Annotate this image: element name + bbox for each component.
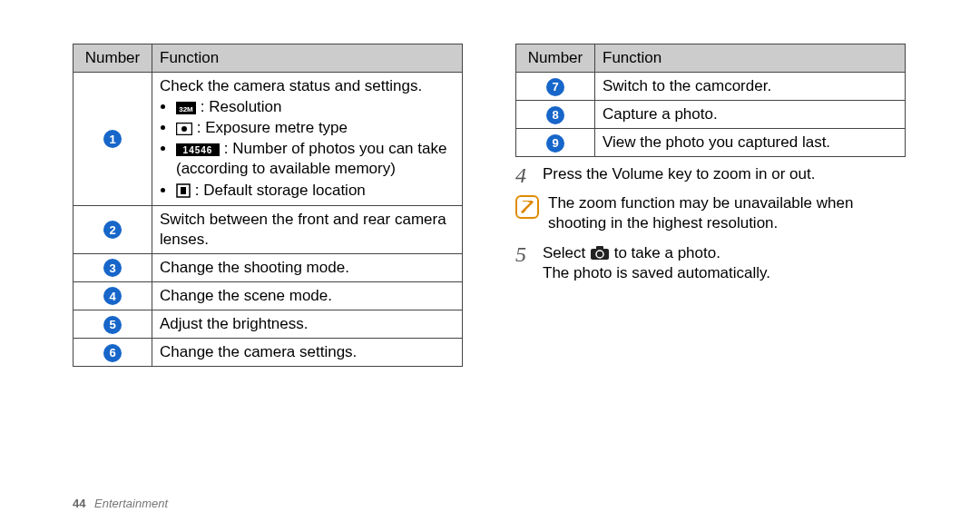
manual-page: Number Function 1 Check the camera statu…: [0, 0, 980, 532]
function-cell: Switch to the camcorder.: [595, 73, 906, 101]
callout-number-icon: 8: [546, 106, 564, 124]
bullet-item: : Default storage location: [176, 181, 455, 201]
right-column: Number Function 7 Switch to the camcorde…: [515, 44, 906, 367]
bullet-item: 32M : Resolution: [176, 97, 455, 117]
page-footer: 44 Entertainment: [73, 497, 168, 512]
content-columns: Number Function 1 Check the camera statu…: [73, 44, 907, 367]
table-header: Number Function: [74, 44, 463, 73]
function-cell: Adjust the brightness.: [152, 310, 463, 339]
table-row: 4 Change the scene mode.: [74, 281, 463, 310]
bullet-text: : Resolution: [201, 98, 282, 115]
function-cell: Switch between the front and rear camera…: [152, 205, 463, 253]
function-cell: Change the scene mode.: [152, 281, 463, 310]
bullet-item: 14546 : Number of photos you can take (a…: [176, 139, 455, 179]
table-row: 6 Change the camera settings.: [74, 339, 463, 367]
header-number: Number: [74, 44, 152, 73]
svg-rect-7: [181, 187, 186, 194]
exposure-icon: [176, 123, 192, 135]
bullet-text: : Default storage location: [195, 182, 366, 199]
bullet-text: : Exposure metre type: [197, 119, 348, 136]
svg-rect-14: [596, 246, 603, 250]
function-cell: Capture a photo.: [595, 101, 906, 129]
step5-before: Select: [543, 244, 590, 261]
note-block: The zoom function may be unavailable whe…: [515, 193, 906, 233]
counter-icon: 14546: [176, 143, 220, 156]
function-bullets: 32M : Resolution : Exposure metre type: [160, 97, 455, 200]
function-cell: Change the camera settings.: [152, 339, 463, 367]
step-5: 5 Select to take a photo. The photo is s…: [515, 243, 906, 283]
step-number: 5: [515, 243, 534, 283]
header-function: Function: [152, 44, 463, 73]
header-number: Number: [516, 44, 595, 73]
note-icon: [515, 195, 539, 219]
section-name: Entertainment: [94, 497, 168, 510]
callout-number-icon: 5: [103, 316, 122, 334]
camera-icon: [590, 246, 610, 261]
page-number: 44: [73, 497, 85, 510]
function-cell: Change the shooting mode.: [152, 253, 463, 281]
step-text: Select to take a photo. The photo is sav…: [543, 243, 906, 283]
callout-table-right: Number Function 7 Switch to the camcorde…: [515, 44, 906, 157]
svg-point-3: [181, 126, 187, 132]
table-header: Number Function: [516, 44, 906, 73]
callout-number-icon: 1: [103, 130, 122, 148]
callout-number-icon: 7: [546, 78, 564, 96]
callout-number-icon: 3: [103, 259, 122, 277]
svg-text:14546: 14546: [183, 145, 213, 155]
svg-text:32M: 32M: [179, 105, 193, 113]
resolution-icon: 32M: [176, 102, 196, 114]
callout-number-icon: 2: [103, 221, 122, 239]
step-text: Press the Volume key to zoom in or out.: [543, 164, 906, 186]
callout-table-left: Number Function 1 Check the camera statu…: [73, 44, 463, 367]
step5-line2: The photo is saved automatically.: [543, 263, 906, 283]
step-number: 4: [515, 164, 534, 186]
function-cell: Check the camera status and settings. 32…: [152, 73, 463, 206]
note-text: The zoom function may be unavailable whe…: [548, 193, 906, 233]
table-row: 2 Switch between the front and rear came…: [74, 205, 463, 253]
table-row: 8 Capture a photo.: [516, 101, 906, 129]
function-cell: View the photo you captured last.: [595, 129, 906, 157]
step5-after: to take a photo.: [614, 244, 720, 261]
table-row: 3 Change the shooting mode.: [74, 253, 463, 281]
storage-icon: [176, 183, 191, 198]
step-4: 4 Press the Volume key to zoom in or out…: [515, 164, 906, 186]
header-function: Function: [595, 44, 906, 73]
table-row: 1 Check the camera status and settings. …: [74, 73, 463, 206]
table-row: 9 View the photo you captured last.: [516, 129, 906, 157]
callout-number-icon: 6: [103, 344, 122, 362]
callout-number-icon: 4: [103, 287, 122, 305]
callout-number-icon: 9: [546, 134, 564, 153]
function-lead: Check the camera status and settings.: [160, 76, 455, 96]
left-column: Number Function 1 Check the camera statu…: [73, 44, 463, 367]
table-row: 7 Switch to the camcorder.: [516, 73, 906, 101]
table-row: 5 Adjust the brightness.: [74, 310, 463, 339]
bullet-item: : Exposure metre type: [176, 118, 455, 138]
